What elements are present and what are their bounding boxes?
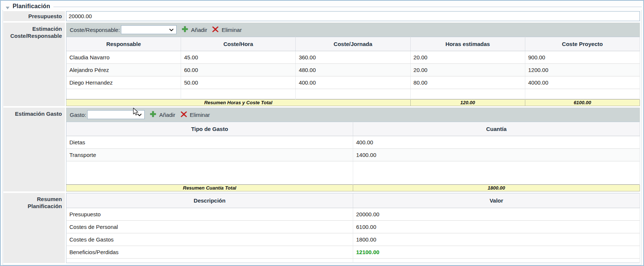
cost-section: Coste/Responsable: Añadir Elim [66, 23, 640, 106]
col-header: Descripción [66, 193, 353, 208]
plus-icon [182, 26, 188, 33]
cost-table: Responsable Coste/Hora Coste/Jornada Hor… [66, 37, 640, 106]
expense-toolbar: Gasto: Añadir Eliminar [66, 108, 640, 122]
total-amount: 1800.00 [353, 185, 640, 191]
table-row[interactable]: Alejandro Pérez 60.00 480.00 20.00 1200.… [66, 64, 640, 76]
table-row[interactable]: Diego Hernandez 50.00 400.00 80.00 4000.… [66, 76, 640, 89]
page-title: Planificación [13, 3, 50, 10]
add-gasto-button[interactable]: Añadir [150, 111, 175, 118]
cost-toolbar: Coste/Responsable: Añadir Elim [66, 23, 640, 37]
table-row[interactable]: Dietas 400.00 [66, 136, 640, 149]
chevron-down-icon [169, 26, 174, 33]
budget-input[interactable] [66, 11, 640, 21]
budget-field-wrap [66, 11, 640, 21]
summary-table-header-row: Descripción Valor [66, 193, 640, 208]
legend-rule [53, 7, 642, 7]
table-row[interactable]: Claudia Navarro 45.00 360.00 20.00 900.0… [66, 51, 640, 64]
cost-summary-row: Resumen Horas y Coste Total 120.00 6100.… [66, 99, 640, 106]
expense-select-label: Gasto: [70, 112, 86, 118]
plus-icon [150, 111, 156, 118]
expense-table-header-row: Tipo de Gasto Cuantía [66, 122, 640, 136]
coste-responsable-select[interactable] [121, 25, 177, 34]
cost-section-label: Estimación Coste/Responsable [3, 23, 65, 106]
col-header: Cuantía [353, 122, 640, 136]
remove-responsable-button[interactable]: Eliminar [212, 26, 242, 33]
table-row[interactable]: Presupuesto 20000.00 [66, 208, 640, 221]
expense-section-label: Estimación Gasto [3, 108, 65, 191]
col-header: Responsable [66, 37, 181, 51]
col-header: Coste Proyecto [525, 37, 640, 51]
col-header: Tipo de Gasto [66, 122, 353, 136]
col-header: Coste/Hora [181, 37, 296, 51]
table-row[interactable]: Costes de Personal 6100.00 [66, 221, 640, 233]
remove-gasto-button[interactable]: Eliminar [181, 111, 210, 118]
col-header: Coste/Jornada [296, 37, 410, 51]
chevron-down-icon [137, 111, 142, 118]
profit-value: 12100.00 [353, 246, 640, 259]
summary-section-label: Resumen Planificación [3, 193, 65, 263]
summary-label: Resumen Horas y Coste Total [66, 99, 411, 106]
collapse-triangle-icon[interactable] [6, 4, 10, 8]
gasto-select[interactable] [87, 110, 145, 119]
total-cost: 6100.00 [525, 99, 640, 106]
table-row[interactable]: Costes de Gastos 1800.00 [66, 233, 640, 246]
empty-row [66, 89, 640, 99]
cost-select-label: Coste/Responsable: [70, 27, 120, 33]
summary-label: Resumen Cuantía Total [66, 185, 353, 191]
expense-table: Tipo de Gasto Cuantía Dietas 400.00 Tran… [66, 122, 640, 191]
section-header: Planificación [2, 2, 642, 10]
cost-table-header-row: Responsable Coste/Hora Coste/Jornada Hor… [66, 37, 640, 51]
table-row[interactable]: Beneficios/Perdidas 12100.00 [66, 246, 640, 259]
empty-row [66, 161, 640, 185]
total-hours: 120.00 [410, 99, 525, 106]
expense-section: Gasto: Añadir Eliminar [66, 108, 640, 191]
col-header: Horas estimadas [410, 37, 525, 51]
summary-section: Descripción Valor Presupuesto 20000.00 C… [66, 193, 640, 263]
expense-summary-row: Resumen Cuantía Total 1800.00 [66, 185, 640, 191]
budget-label: Presupuesto [3, 11, 65, 21]
add-responsable-button[interactable]: Añadir [182, 26, 207, 33]
x-icon [181, 111, 187, 118]
planificacion-panel: Planificación Presupuesto Estimación Cos… [0, 0, 644, 266]
table-row[interactable]: Transporte 1400.00 [66, 149, 640, 161]
col-header: Valor [353, 193, 640, 208]
summary-table: Descripción Valor Presupuesto 20000.00 C… [66, 193, 640, 263]
empty-row [66, 259, 640, 263]
x-icon [212, 26, 218, 33]
form-grid: Presupuesto Estimación Coste/Responsable… [3, 10, 641, 265]
